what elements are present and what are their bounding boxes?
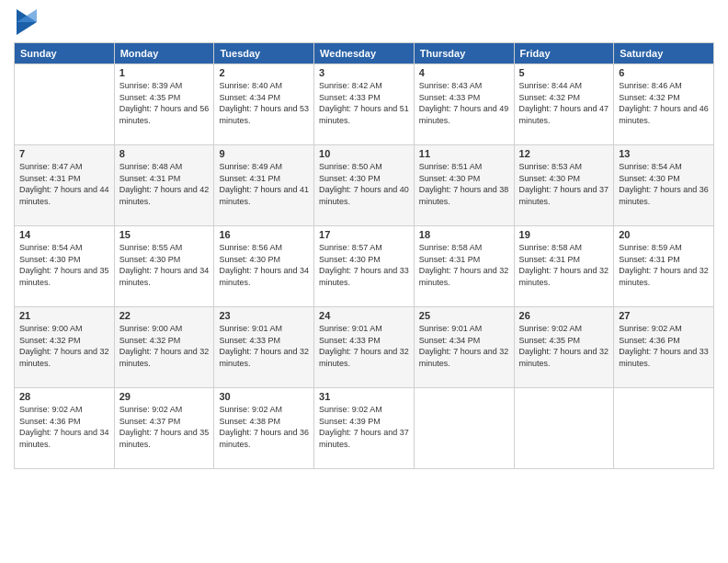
day-number: 1 — [119, 67, 210, 78]
weekday-header-wednesday: Wednesday — [314, 43, 415, 64]
day-daylight: Daylight: 7 hours and 40 minutes. — [319, 184, 409, 207]
day-number: 23 — [219, 310, 309, 321]
day-sunrise: Sunrise: 8:44 AM — [519, 80, 609, 92]
day-sunset: Sunset: 4:30 PM — [319, 173, 409, 185]
day-sunset: Sunset: 4:38 PM — [219, 416, 309, 428]
day-sunrise: Sunrise: 8:57 AM — [319, 242, 409, 254]
day-number: 8 — [119, 148, 210, 159]
day-daylight: Daylight: 7 hours and 53 minutes. — [219, 103, 309, 126]
calendar-cell — [514, 388, 614, 469]
day-sunrise: Sunrise: 8:46 AM — [619, 80, 709, 92]
weekday-header-thursday: Thursday — [414, 43, 514, 64]
day-daylight: Daylight: 7 hours and 32 minutes. — [419, 346, 509, 369]
day-number: 16 — [219, 229, 309, 240]
calendar-cell: 16 Sunrise: 8:56 AM Sunset: 4:30 PM Dayl… — [214, 226, 314, 307]
calendar-cell: 4 Sunrise: 8:43 AM Sunset: 4:33 PM Dayli… — [414, 64, 514, 145]
day-sunrise: Sunrise: 9:02 AM — [619, 323, 709, 335]
calendar-cell: 22 Sunrise: 9:00 AM Sunset: 4:32 PM Dayl… — [114, 307, 214, 388]
day-daylight: Daylight: 7 hours and 32 minutes. — [319, 346, 409, 369]
day-number: 28 — [19, 391, 109, 402]
calendar-cell: 31 Sunrise: 9:02 AM Sunset: 4:39 PM Dayl… — [314, 388, 415, 469]
day-daylight: Daylight: 7 hours and 37 minutes. — [519, 184, 609, 207]
day-sunset: Sunset: 4:31 PM — [119, 173, 210, 185]
day-sunset: Sunset: 4:39 PM — [319, 416, 409, 428]
day-daylight: Daylight: 7 hours and 38 minutes. — [419, 184, 509, 207]
weekday-header-monday: Monday — [114, 43, 214, 64]
day-sunset: Sunset: 4:32 PM — [19, 335, 109, 347]
day-sunrise: Sunrise: 8:49 AM — [219, 161, 309, 173]
day-number: 20 — [619, 229, 709, 240]
day-sunrise: Sunrise: 8:47 AM — [19, 161, 109, 173]
day-number: 9 — [219, 148, 309, 159]
calendar-week-row: 14 Sunrise: 8:54 AM Sunset: 4:30 PM Dayl… — [15, 226, 714, 307]
calendar-cell: 17 Sunrise: 8:57 AM Sunset: 4:30 PM Dayl… — [314, 226, 415, 307]
day-sunset: Sunset: 4:31 PM — [219, 173, 309, 185]
logo-icon — [17, 9, 37, 35]
day-sunset: Sunset: 4:31 PM — [19, 173, 109, 185]
day-number: 18 — [419, 229, 509, 240]
day-daylight: Daylight: 7 hours and 33 minutes. — [319, 265, 409, 288]
day-daylight: Daylight: 7 hours and 32 minutes. — [419, 265, 509, 288]
day-daylight: Daylight: 7 hours and 34 minutes. — [219, 265, 309, 288]
day-sunrise: Sunrise: 9:01 AM — [419, 323, 509, 335]
calendar-cell: 2 Sunrise: 8:40 AM Sunset: 4:34 PM Dayli… — [214, 64, 314, 145]
day-daylight: Daylight: 7 hours and 34 minutes. — [19, 427, 109, 450]
day-sunrise: Sunrise: 9:02 AM — [519, 323, 609, 335]
day-sunset: Sunset: 4:36 PM — [619, 335, 709, 347]
day-sunset: Sunset: 4:30 PM — [19, 254, 109, 266]
calendar-week-row: 7 Sunrise: 8:47 AM Sunset: 4:31 PM Dayli… — [15, 145, 714, 226]
day-daylight: Daylight: 7 hours and 44 minutes. — [19, 184, 109, 207]
day-sunrise: Sunrise: 8:42 AM — [319, 80, 409, 92]
calendar-cell: 24 Sunrise: 9:01 AM Sunset: 4:33 PM Dayl… — [314, 307, 415, 388]
day-sunset: Sunset: 4:37 PM — [119, 416, 210, 428]
day-sunrise: Sunrise: 9:01 AM — [319, 323, 409, 335]
day-sunrise: Sunrise: 9:00 AM — [119, 323, 210, 335]
day-sunrise: Sunrise: 8:39 AM — [119, 80, 210, 92]
day-number: 4 — [419, 67, 509, 78]
logo — [14, 9, 37, 35]
day-daylight: Daylight: 7 hours and 36 minutes. — [619, 184, 709, 207]
day-sunrise: Sunrise: 8:48 AM — [119, 161, 210, 173]
calendar-cell: 29 Sunrise: 9:02 AM Sunset: 4:37 PM Dayl… — [114, 388, 214, 469]
day-sunset: Sunset: 4:35 PM — [519, 335, 609, 347]
day-daylight: Daylight: 7 hours and 47 minutes. — [519, 103, 609, 126]
day-sunrise: Sunrise: 9:02 AM — [19, 404, 109, 416]
day-sunset: Sunset: 4:36 PM — [19, 416, 109, 428]
weekday-header-row: SundayMondayTuesdayWednesdayThursdayFrid… — [15, 43, 714, 64]
calendar-cell: 19 Sunrise: 8:58 AM Sunset: 4:31 PM Dayl… — [514, 226, 614, 307]
calendar-cell: 7 Sunrise: 8:47 AM Sunset: 4:31 PM Dayli… — [15, 145, 115, 226]
day-sunset: Sunset: 4:33 PM — [319, 92, 409, 104]
calendar-cell: 9 Sunrise: 8:49 AM Sunset: 4:31 PM Dayli… — [214, 145, 314, 226]
day-daylight: Daylight: 7 hours and 33 minutes. — [619, 346, 709, 369]
day-daylight: Daylight: 7 hours and 32 minutes. — [619, 265, 709, 288]
day-daylight: Daylight: 7 hours and 32 minutes. — [219, 346, 309, 369]
day-sunset: Sunset: 4:35 PM — [119, 92, 210, 104]
day-sunset: Sunset: 4:30 PM — [419, 173, 509, 185]
calendar-cell: 5 Sunrise: 8:44 AM Sunset: 4:32 PM Dayli… — [514, 64, 614, 145]
day-sunrise: Sunrise: 9:02 AM — [219, 404, 309, 416]
day-sunset: Sunset: 4:30 PM — [319, 254, 409, 266]
calendar-cell: 25 Sunrise: 9:01 AM Sunset: 4:34 PM Dayl… — [414, 307, 514, 388]
day-daylight: Daylight: 7 hours and 51 minutes. — [319, 103, 409, 126]
day-sunset: Sunset: 4:34 PM — [219, 92, 309, 104]
day-number: 2 — [219, 67, 309, 78]
header — [14, 9, 714, 35]
day-sunset: Sunset: 4:33 PM — [319, 335, 409, 347]
calendar-cell: 8 Sunrise: 8:48 AM Sunset: 4:31 PM Dayli… — [114, 145, 214, 226]
day-daylight: Daylight: 7 hours and 32 minutes. — [119, 346, 210, 369]
calendar-cell — [414, 388, 514, 469]
day-sunrise: Sunrise: 8:55 AM — [119, 242, 210, 254]
calendar-cell: 1 Sunrise: 8:39 AM Sunset: 4:35 PM Dayli… — [114, 64, 214, 145]
day-sunset: Sunset: 4:34 PM — [419, 335, 509, 347]
calendar-cell: 12 Sunrise: 8:53 AM Sunset: 4:30 PM Dayl… — [514, 145, 614, 226]
calendar-week-row: 21 Sunrise: 9:00 AM Sunset: 4:32 PM Dayl… — [15, 307, 714, 388]
day-number: 27 — [619, 310, 709, 321]
day-number: 26 — [519, 310, 609, 321]
day-sunrise: Sunrise: 8:54 AM — [619, 161, 709, 173]
weekday-header-sunday: Sunday — [15, 43, 115, 64]
day-daylight: Daylight: 7 hours and 46 minutes. — [619, 103, 709, 126]
day-number: 12 — [519, 148, 609, 159]
day-number: 7 — [19, 148, 109, 159]
day-sunrise: Sunrise: 9:02 AM — [319, 404, 409, 416]
calendar-cell: 14 Sunrise: 8:54 AM Sunset: 4:30 PM Dayl… — [15, 226, 115, 307]
